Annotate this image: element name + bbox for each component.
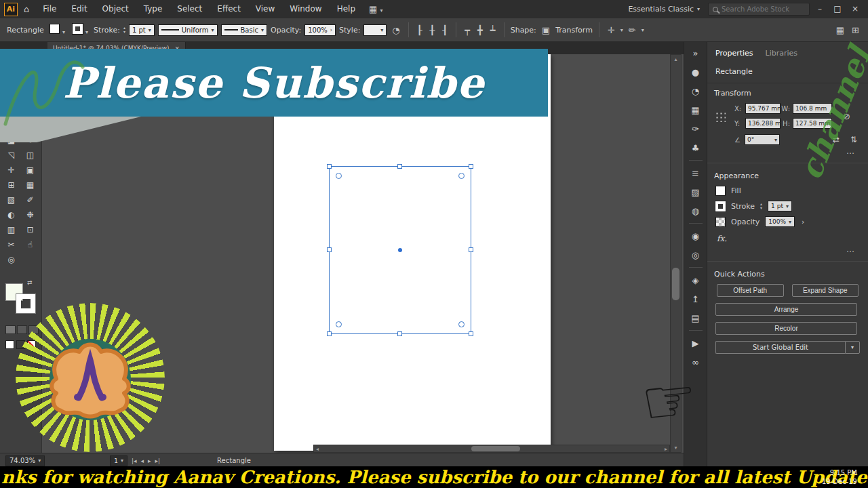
- distribute-bottom-icon[interactable]: ┷: [488, 25, 498, 35]
- scroll-up-icon[interactable]: ▴: [671, 56, 681, 62]
- shape-builder-tool[interactable]: ▣: [21, 163, 40, 178]
- stepper-down-icon[interactable]: ▾: [760, 206, 762, 210]
- reference-point-locator[interactable]: [714, 110, 726, 122]
- selection-handle-sw[interactable]: [327, 331, 332, 336]
- artboard-number-select[interactable]: 1 ▾: [110, 455, 127, 466]
- stroke-color-well[interactable]: ▾: [71, 24, 90, 36]
- symbols-panel-icon[interactable]: ♣: [687, 139, 705, 157]
- restore-button[interactable]: □: [829, 0, 846, 18]
- width-profile-select[interactable]: Uniform ▾: [158, 24, 218, 36]
- recolor-artwork-icon[interactable]: ◔: [390, 25, 401, 35]
- gradient-panel-icon[interactable]: ▨: [687, 183, 705, 201]
- recolor-button[interactable]: Recolor: [715, 322, 857, 335]
- blend-tool[interactable]: ◐: [2, 207, 21, 222]
- swatches-panel-icon[interactable]: ▦: [687, 101, 705, 119]
- draw-normal-button[interactable]: [5, 325, 16, 334]
- perspective-grid-tool[interactable]: ⊞: [2, 178, 21, 192]
- menu-effect[interactable]: Effect: [210, 0, 248, 18]
- illustrator-app-icon[interactable]: Ai: [4, 3, 18, 16]
- stroke-label[interactable]: Stroke: [731, 202, 755, 211]
- previous-artboard-icon[interactable]: ◂: [140, 458, 144, 464]
- pathfinder-panel-icon[interactable]: ◈: [687, 271, 705, 289]
- scroll-down-icon[interactable]: ▾: [671, 445, 681, 451]
- brush-definition-select[interactable]: Basic ▾: [221, 24, 268, 36]
- horizontal-scrollbar[interactable]: ◂ ▸: [313, 445, 670, 453]
- opacity-select[interactable]: 100% ›: [304, 24, 336, 36]
- fx-button[interactable]: fx.: [717, 234, 859, 243]
- align-center-icon[interactable]: ╂: [428, 25, 437, 35]
- start-global-edit-button[interactable]: Start Global Edit: [715, 341, 845, 354]
- stroke-weight-stepper[interactable]: ▴ ▾: [760, 202, 762, 210]
- fill-color-swatch[interactable]: [715, 186, 726, 196]
- shape-widget-icon[interactable]: ▣: [540, 25, 552, 35]
- align-left-icon[interactable]: ┠: [415, 25, 425, 35]
- menu-window[interactable]: Window: [282, 0, 329, 18]
- scroll-right-icon[interactable]: ▸: [665, 446, 667, 452]
- corner-widget-ne[interactable]: [458, 173, 465, 179]
- export-panel-icon[interactable]: ↥: [687, 290, 705, 308]
- rotation-select[interactable]: 0° ▾: [745, 134, 780, 145]
- artboards-panel-icon[interactable]: ▤: [687, 309, 705, 327]
- workspace-grid-icon[interactable]: ⊞: [850, 25, 861, 35]
- corner-widget-sw[interactable]: [336, 321, 342, 327]
- menu-select[interactable]: Select: [170, 0, 210, 18]
- x-input[interactable]: 95.767 mm: [745, 103, 781, 114]
- opacity-panel-arrow-icon[interactable]: ›: [802, 218, 804, 226]
- selection-handle-se[interactable]: [469, 331, 473, 336]
- horizontal-scroll-thumb[interactable]: [471, 446, 520, 451]
- selection-handle-w[interactable]: [327, 247, 332, 252]
- menu-object[interactable]: Object: [95, 0, 136, 18]
- eyedropper-tool[interactable]: ✐: [21, 192, 40, 207]
- gradient-tool[interactable]: ▧: [2, 192, 21, 207]
- slice-tool[interactable]: ✂: [2, 237, 21, 252]
- arrange-documents-icon[interactable]: ▦ ▾: [364, 4, 387, 14]
- global-edit-options-icon[interactable]: ▾: [845, 341, 860, 354]
- symbol-sprayer-tool[interactable]: ❉: [21, 207, 40, 222]
- menu-type[interactable]: Type: [136, 0, 170, 18]
- artboard-tool[interactable]: ⊡: [21, 222, 40, 237]
- edit-toolbar-icon[interactable]: ✏: [627, 25, 638, 35]
- selection-handle-n[interactable]: [397, 164, 402, 169]
- flip-vertical-icon[interactable]: ⇅: [850, 135, 857, 144]
- color-panel-icon[interactable]: ●: [687, 63, 705, 81]
- swap-fill-stroke-icon[interactable]: ⇄: [27, 279, 33, 286]
- vertical-scroll-thumb[interactable]: [672, 268, 679, 300]
- tab-properties[interactable]: Properties: [715, 49, 753, 58]
- transform-more-options-icon[interactable]: …: [714, 146, 861, 157]
- document-grid-icon[interactable]: ▦: [834, 25, 846, 35]
- menu-view[interactable]: View: [248, 0, 282, 18]
- corner-widget-se[interactable]: [458, 321, 465, 327]
- zoom-level-select[interactable]: 74.03% ▾: [5, 455, 45, 466]
- distribute-top-icon[interactable]: ┯: [462, 25, 472, 35]
- fill-color-well[interactable]: ▾: [47, 24, 67, 36]
- first-artboard-icon[interactable]: |◂: [132, 458, 137, 464]
- column-graph-tool[interactable]: ▥: [2, 222, 21, 237]
- offset-path-button[interactable]: Offset Path: [717, 284, 784, 297]
- stroke-weight-select[interactable]: 1 pt ▾: [768, 201, 792, 211]
- transform-link[interactable]: Transform: [555, 26, 593, 35]
- menu-file[interactable]: File: [35, 0, 64, 18]
- expand-shape-button[interactable]: Expand Shape: [792, 284, 859, 297]
- appearance-panel-icon[interactable]: ◎: [687, 246, 705, 264]
- width-tool[interactable]: ◫: [21, 148, 40, 163]
- arrange-button[interactable]: Arrange: [715, 303, 857, 316]
- search-input[interactable]: [722, 5, 796, 13]
- stroke-panel-icon[interactable]: ≡: [687, 164, 705, 182]
- home-icon[interactable]: ⌂: [19, 4, 34, 14]
- corner-widget-nw[interactable]: [336, 173, 342, 179]
- next-artboard-icon[interactable]: ▸: [148, 458, 151, 464]
- isolate-icon[interactable]: ✛: [606, 25, 617, 35]
- width-input[interactable]: 106.8 mm: [793, 103, 832, 114]
- mesh-tool[interactable]: ▦: [21, 178, 40, 192]
- appearance-more-options-icon[interactable]: …: [714, 245, 861, 256]
- menu-help[interactable]: Help: [330, 0, 363, 18]
- y-input[interactable]: 136.288 mm: [745, 118, 781, 129]
- center-point[interactable]: [398, 248, 402, 252]
- scroll-left-icon[interactable]: ◂: [316, 446, 319, 452]
- selected-rectangle[interactable]: [329, 166, 471, 334]
- opacity-select[interactable]: 100% ▾: [765, 216, 795, 227]
- tab-libraries[interactable]: Libraries: [766, 49, 798, 58]
- opacity-label[interactable]: Opacity: [731, 218, 760, 226]
- free-transform-tool[interactable]: ✛: [2, 163, 21, 178]
- color-swatch[interactable]: [5, 340, 14, 349]
